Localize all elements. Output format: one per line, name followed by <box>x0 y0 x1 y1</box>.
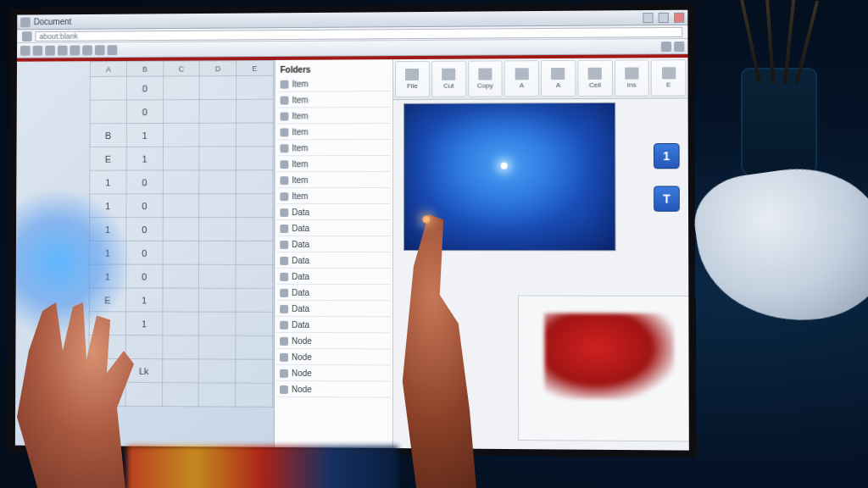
list-item[interactable]: Data <box>276 318 391 333</box>
folder-icon <box>280 192 288 201</box>
maximize-button[interactable] <box>659 12 669 22</box>
home-icon[interactable] <box>58 45 68 55</box>
grid-header-row: ABCDE <box>90 60 273 76</box>
copy-icon <box>478 68 492 80</box>
table-row: 10 <box>89 264 272 288</box>
list-item[interactable]: Item <box>276 173 391 188</box>
table-row: E1 <box>90 147 273 170</box>
window-title: Document <box>34 17 72 26</box>
reload-icon[interactable] <box>45 45 55 55</box>
minimize-button[interactable] <box>643 13 653 23</box>
print-icon[interactable] <box>95 45 105 55</box>
folder-icon <box>281 96 289 104</box>
forward-icon[interactable] <box>33 45 43 55</box>
table-row: 10 <box>90 170 273 194</box>
folder-icon <box>281 112 289 120</box>
ribbon-group[interactable]: A <box>541 60 576 97</box>
table-row: 10 <box>90 218 273 241</box>
mail-icon[interactable] <box>108 45 118 55</box>
cell-icon <box>588 68 602 80</box>
fingertip-glow <box>422 215 431 224</box>
folder-icon <box>280 144 288 152</box>
table-row: B1 <box>90 123 273 147</box>
table-row <box>89 336 273 360</box>
list-item[interactable]: Node <box>276 366 391 382</box>
back-icon[interactable] <box>20 45 31 55</box>
folder-icon <box>280 160 288 169</box>
node-icon <box>280 336 288 345</box>
outline-header: Folders <box>277 63 391 76</box>
table-row: E1 <box>89 288 272 312</box>
list-item[interactable]: Data <box>276 205 391 220</box>
list-item[interactable]: Node <box>276 350 391 366</box>
brush <box>740 0 761 83</box>
ribbon-toolbar: File Cut Copy A A Cell Ins E <box>393 58 688 100</box>
list-item[interactable]: Item <box>277 76 391 92</box>
ribbon-group[interactable]: Copy <box>468 60 503 97</box>
file-icon <box>405 69 419 80</box>
list-item[interactable]: Data <box>276 286 391 301</box>
font2-icon <box>551 68 565 80</box>
list-item[interactable]: Item <box>276 189 391 204</box>
font-icon <box>515 68 528 80</box>
list-item[interactable]: Node <box>276 334 391 350</box>
brush <box>765 0 775 83</box>
list-item[interactable]: Node <box>276 382 391 398</box>
list-item[interactable]: Item <box>276 157 391 172</box>
ribbon-group[interactable]: File <box>395 61 430 97</box>
table-row: 0 <box>90 75 273 100</box>
doc-icon <box>280 225 288 233</box>
palette-smear <box>127 446 398 488</box>
list-item[interactable]: Data <box>276 237 391 252</box>
list-item[interactable]: Data <box>276 221 391 236</box>
side-button-b[interactable]: T <box>654 186 680 211</box>
table-row: 10 <box>90 241 273 264</box>
list-item[interactable]: Item <box>277 125 392 140</box>
edit-icon <box>662 67 676 79</box>
side-button-a[interactable]: 1 <box>654 143 680 169</box>
doc-icon <box>280 320 288 329</box>
doc-icon <box>280 272 288 280</box>
doc-icon <box>280 208 288 217</box>
settings2-icon[interactable] <box>674 41 684 51</box>
app-icon <box>20 17 31 27</box>
doc-icon <box>280 256 288 264</box>
ribbon-group[interactable]: A <box>504 60 539 97</box>
cloth <box>689 158 868 335</box>
folder-icon <box>280 176 288 185</box>
paint-splotch <box>544 313 674 400</box>
side-buttons: 1 T <box>654 143 680 212</box>
node-icon <box>280 385 288 393</box>
ribbon-group[interactable]: Cut <box>431 61 466 97</box>
list-item[interactable]: Data <box>276 302 391 317</box>
node-icon <box>280 352 288 361</box>
page-icon <box>22 31 32 42</box>
cut-icon <box>442 69 455 80</box>
secondary-canvas[interactable] <box>518 295 696 441</box>
favorites-icon[interactable] <box>82 45 92 55</box>
close-button[interactable] <box>674 12 684 22</box>
search-icon[interactable] <box>70 45 80 55</box>
folder-icon <box>281 80 289 88</box>
table-row: 0 <box>90 99 273 124</box>
brush-jar <box>741 68 817 178</box>
doc-icon <box>280 288 288 297</box>
brush <box>795 0 819 83</box>
list-item[interactable]: Item <box>277 108 392 124</box>
doc-icon <box>280 240 288 248</box>
list-item[interactable]: Item <box>276 141 391 156</box>
table-row: 10 <box>90 194 273 218</box>
table-row: E1 <box>89 312 273 336</box>
folder-icon <box>280 128 288 136</box>
ribbon-group[interactable]: E <box>651 59 687 97</box>
node-icon <box>280 369 288 377</box>
list-item[interactable]: Item <box>277 92 391 108</box>
list-item[interactable]: Data <box>276 253 391 269</box>
brush <box>783 0 795 83</box>
outline-panel: Folders Item Item Item Item Item Item It… <box>275 59 393 448</box>
ribbon-group[interactable]: Cell <box>577 60 612 97</box>
data-grid[interactable]: ABCDE 0 0 B1 E1 10 10 10 10 10 E1 E1 Lk <box>88 60 273 408</box>
ribbon-group[interactable]: Ins <box>614 59 649 96</box>
list-item[interactable]: Data <box>276 269 391 285</box>
settings-icon[interactable] <box>661 42 671 52</box>
